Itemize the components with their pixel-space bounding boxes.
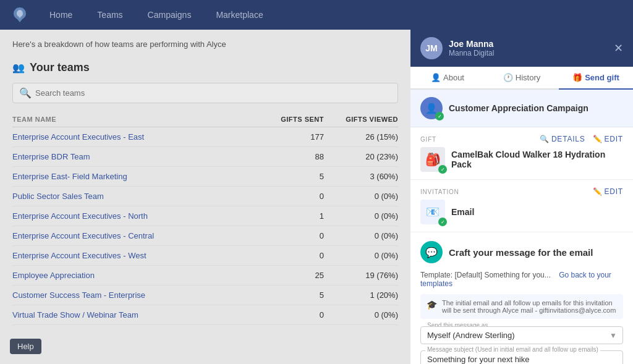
panel-header-info: Joe Manna Manna Digital: [449, 39, 608, 57]
invitation-section: INVITATION ✏️ Edit 📧 ✓ Email: [410, 180, 633, 232]
table-row: Enterprise Account Executives - Central …: [12, 226, 398, 246]
team-gifts-sent: 1: [250, 211, 324, 221]
search-icon: 🔍: [19, 87, 32, 99]
tab-history-label: History: [516, 73, 540, 82]
table-row: Enterprise Account Executives - West 0 0…: [12, 246, 398, 266]
team-name[interactable]: Enterprise Account Executives - Central: [12, 231, 250, 240]
table-row: Public Sector Sales Team 0 0 (0%): [12, 187, 398, 206]
nav-teams[interactable]: Teams: [92, 7, 127, 22]
check-badge: ✓: [435, 112, 444, 121]
table-header: TEAM NAME GIFTS SENT GIFTS VIEWED: [12, 112, 398, 127]
nav-campaigns[interactable]: Campaigns: [143, 7, 197, 22]
panel-body: 👤 ✓ Customer Appreciation Campaign GIFT …: [410, 90, 633, 364]
team-gifts-viewed: 0 (0%): [324, 211, 398, 221]
nav-marketplace[interactable]: Marketplace: [211, 7, 268, 22]
team-gifts-viewed: 0 (0%): [324, 231, 398, 240]
about-icon: 👤: [431, 73, 441, 82]
team-gifts-viewed: 0 (0%): [324, 251, 398, 260]
tab-send-gift[interactable]: 🎁 Send gift: [559, 67, 633, 90]
col-gifts-viewed: GIFTS VIEWED: [324, 116, 398, 123]
invitation-section-label: INVITATION ✏️ Edit: [420, 187, 623, 196]
team-name[interactable]: Employee Appreciation: [12, 271, 250, 280]
nav-home[interactable]: Home: [45, 7, 77, 22]
gift-check-badge: ✓: [438, 165, 447, 174]
gift-details-btn[interactable]: 🔍 Details: [540, 135, 585, 143]
email-craft-header: 💬 Craft your message for the email: [420, 241, 623, 263]
gift-image: 🎒 ✓: [420, 147, 445, 172]
pro-tip-text: The initial email and all follow up emai…: [442, 299, 617, 314]
main-layout: Here's a breakdown of how teams are perf…: [0, 30, 633, 364]
top-nav: Home Teams Campaigns Marketplace: [0, 0, 633, 30]
gift-section-label: GIFT 🔍 Details ✏️ Edit: [420, 135, 623, 143]
panel-tabs: 👤 About 🕐 History 🎁 Send gift: [410, 67, 633, 90]
campaign-avatar: 👤 ✓: [420, 97, 443, 119]
search-box: 🔍: [12, 83, 398, 103]
teams-header: 👥 Your teams: [12, 61, 398, 74]
col-gifts-sent: GIFTS SENT: [250, 116, 324, 123]
campaign-banner: 👤 ✓ Customer Appreciation Campaign: [410, 90, 633, 127]
gift-section: GIFT 🔍 Details ✏️ Edit 🎒: [410, 127, 633, 180]
team-gifts-sent: 0: [250, 231, 324, 240]
details-icon: 🔍: [540, 135, 550, 143]
team-gifts-viewed: 20 (23%): [324, 152, 398, 161]
gift-icon: 🎁: [572, 73, 582, 82]
team-name[interactable]: Public Sector Sales Team: [12, 192, 250, 201]
table-row: Customer Success Team - Enterprise 5 1 (…: [12, 286, 398, 305]
email-craft-title: Craft your message for the email: [449, 247, 593, 258]
invitation-check-badge: ✓: [438, 218, 447, 226]
gift-edit-btn[interactable]: ✏️ Edit: [593, 135, 623, 143]
gift-content: 🎒 ✓ CamelBak Cloud Walker 18 Hydration P…: [420, 147, 623, 172]
team-gifts-viewed: 26 (15%): [324, 132, 398, 142]
pro-tip-icon: 🎓: [427, 300, 437, 310]
gift-title: CamelBak Cloud Walker 18 Hydration Pack: [451, 150, 623, 169]
tab-send-gift-label: Send gift: [585, 73, 619, 82]
panel-user-name: Joe Manna: [449, 39, 608, 49]
left-panel: Here's a breakdown of how teams are perf…: [0, 30, 410, 364]
team-name[interactable]: Enterprise BDR Team: [12, 152, 250, 161]
template-name: [Default] Something for you...: [454, 271, 550, 279]
send-as-group: Send this message as Myself (Andrew Ster…: [420, 326, 623, 344]
team-gifts-sent: 177: [250, 132, 324, 142]
close-button[interactable]: ✕: [614, 43, 623, 54]
tab-history[interactable]: 🕐 History: [485, 67, 559, 90]
team-gifts-sent: 25: [250, 271, 324, 280]
search-input[interactable]: [35, 88, 391, 98]
table-row: Enterprise East- Field Marketing 5 3 (60…: [12, 167, 398, 187]
team-gifts-viewed: 19 (76%): [324, 271, 398, 280]
edit-invitation-icon: ✏️: [593, 187, 603, 196]
panel-header: JM Joe Manna Manna Digital ✕: [410, 30, 633, 67]
tab-about-label: About: [443, 73, 464, 82]
email-craft-icon: 💬: [420, 241, 443, 263]
team-name[interactable]: Enterprise Account Executives - West: [12, 251, 250, 260]
email-craft-section: 💬 Craft your message for the email Templ…: [410, 232, 633, 364]
team-name[interactable]: Virtual Trade Show / Webinar Team: [12, 310, 250, 320]
help-button[interactable]: Help: [10, 339, 41, 354]
invitation-edit-btn[interactable]: ✏️ Edit: [593, 187, 623, 196]
invitation-edit-label: Edit: [604, 187, 623, 196]
invitation-label-text: INVITATION: [420, 188, 459, 195]
teams-icon: 👥: [12, 62, 25, 74]
tab-about[interactable]: 👤 About: [410, 67, 485, 90]
team-name[interactable]: Enterprise Account Executives - North: [12, 211, 250, 221]
team-gifts-sent: 5: [250, 290, 324, 300]
pro-tip: 🎓 The initial email and all follow up em…: [420, 294, 623, 319]
team-name[interactable]: Enterprise Account Executives - East: [12, 132, 250, 142]
invitation-actions: ✏️ Edit: [593, 187, 623, 196]
table-row: Enterprise Account Executives - North 1 …: [12, 206, 398, 226]
team-gifts-viewed: 3 (60%): [324, 172, 398, 181]
teams-title: Your teams: [30, 61, 90, 74]
send-as-wrapper: Myself (Andrew Sterling) ▼: [420, 326, 623, 344]
invitation-title: Email: [451, 207, 474, 217]
subtitle: Here's a breakdown of how teams are perf…: [12, 40, 398, 49]
team-gifts-sent: 0: [250, 310, 324, 320]
team-name[interactable]: Customer Success Team - Enterprise: [12, 290, 250, 300]
gift-edit-label: Edit: [604, 135, 623, 143]
team-name[interactable]: Enterprise East- Field Marketing: [12, 172, 250, 181]
team-gifts-sent: 0: [250, 251, 324, 260]
team-gifts-sent: 5: [250, 172, 324, 181]
send-as-select[interactable]: Myself (Andrew Sterling): [420, 326, 623, 344]
table-row: Enterprise BDR Team 88 20 (23%): [12, 147, 398, 167]
col-team-name: TEAM NAME: [12, 116, 250, 123]
gift-details-label: Details: [551, 135, 585, 143]
invitation-content: 📧 ✓ Email: [420, 200, 623, 224]
